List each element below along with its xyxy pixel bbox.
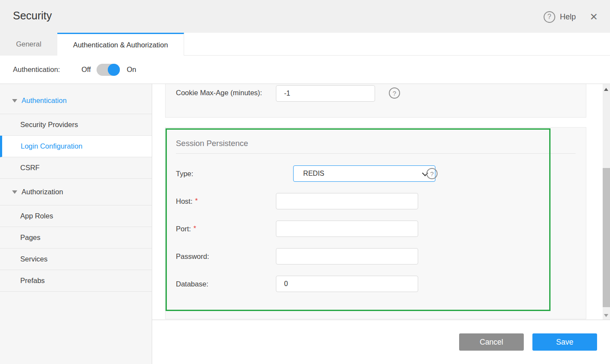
- port-label: Port:: [176, 225, 191, 233]
- sidebar-item-pages[interactable]: Pages: [0, 227, 152, 249]
- toggle-knob: [108, 64, 120, 76]
- sidebar-item-security-providers[interactable]: Security Providers: [0, 114, 152, 136]
- close-icon[interactable]: ✕: [590, 12, 598, 22]
- sidebar-group-label: Authorization: [22, 188, 63, 196]
- required-marker: *: [195, 197, 198, 205]
- sidebar-item-login-configuration[interactable]: Login Configuration: [0, 136, 152, 157]
- authentication-toggle[interactable]: [97, 64, 120, 76]
- password-input[interactable]: [276, 248, 418, 264]
- host-input[interactable]: [276, 193, 418, 209]
- cancel-button[interactable]: Cancel: [459, 333, 524, 351]
- sidebar-item-label: Security Providers: [20, 121, 78, 129]
- page-title: Security: [13, 9, 52, 22]
- password-label: Password:: [176, 252, 209, 261]
- tab-general[interactable]: General: [0, 33, 57, 56]
- password-row: Password:: [176, 248, 576, 264]
- sidebar-item-label: App Roles: [20, 212, 53, 220]
- type-select[interactable]: REDIS: [293, 165, 435, 182]
- database-input[interactable]: [276, 276, 418, 292]
- scroll-down-arrow-icon[interactable]: [604, 314, 608, 317]
- sidebar-item-label: CSRF: [20, 164, 40, 172]
- port-row: Port: *: [176, 221, 576, 237]
- required-marker: *: [194, 225, 196, 233]
- sidebar-item-app-roles[interactable]: App Roles: [0, 205, 152, 227]
- section-title: Session Persistence: [176, 139, 248, 148]
- help-icon[interactable]: ?: [389, 87, 400, 99]
- authentication-toggle-row: Authentication: Off On: [0, 56, 610, 84]
- cookie-panel: Cookie Max-Age (minutes): ?: [165, 84, 586, 118]
- sidebar-group-authentication[interactable]: Authentication: [0, 87, 152, 114]
- toggle-off-label: Off: [81, 65, 91, 74]
- tab-bar: General Authentication & Authorization: [0, 33, 610, 56]
- host-label: Host:: [176, 197, 193, 205]
- caret-down-icon: [12, 190, 17, 194]
- sidebar-item-csrf[interactable]: CSRF: [0, 157, 152, 179]
- sidebar-item-label: Pages: [20, 233, 41, 242]
- host-row: Host: *: [176, 193, 576, 209]
- dialog-footer: Cancel Save: [152, 320, 610, 364]
- sidebar-item-prefabs[interactable]: Prefabs: [0, 270, 152, 292]
- help-icon[interactable]: ?: [544, 11, 555, 23]
- settings-sidebar: Authentication Security Providers Login …: [0, 84, 152, 364]
- tab-authentication-authorization[interactable]: Authentication & Authorization: [57, 33, 184, 56]
- sidebar-item-label: Login Configuration: [21, 142, 82, 150]
- sidebar-group-label: Authentication: [22, 96, 67, 105]
- scrollbar-thumb[interactable]: [603, 168, 610, 307]
- cookie-max-age-input[interactable]: [276, 85, 375, 102]
- port-input[interactable]: [276, 221, 418, 237]
- sidebar-item-label: Prefabs: [20, 277, 45, 285]
- header-actions: ? Help ✕: [544, 11, 598, 23]
- help-link[interactable]: Help: [560, 12, 576, 22]
- authentication-toggle-label: Authentication:: [13, 65, 60, 74]
- type-label: Type:: [176, 170, 193, 178]
- database-row: Database:: [176, 276, 576, 292]
- sidebar-item-services[interactable]: Services: [0, 249, 152, 270]
- caret-down-icon: [12, 99, 17, 103]
- type-select-value: REDIS: [303, 170, 324, 177]
- toggle-on-label: On: [127, 65, 136, 74]
- sidebar-group-authorization[interactable]: Authorization: [0, 179, 152, 205]
- vertical-scrollbar[interactable]: [603, 84, 610, 320]
- dialog-header: Security ? Help ✕: [0, 0, 610, 33]
- cookie-max-age-label: Cookie Max-Age (minutes):: [176, 89, 262, 97]
- database-label: Database:: [176, 280, 208, 288]
- scroll-up-arrow-icon[interactable]: [604, 88, 608, 91]
- session-persistence-panel: Session Persistence Type: REDIS ? Host: …: [165, 127, 586, 319]
- sidebar-item-label: Services: [20, 255, 47, 263]
- settings-content: Cookie Max-Age (minutes): ? Session Pers…: [152, 84, 603, 320]
- type-row: Type: REDIS ?: [176, 165, 576, 182]
- section-divider: [176, 153, 576, 154]
- save-button[interactable]: Save: [532, 333, 597, 351]
- help-icon[interactable]: ?: [426, 168, 438, 179]
